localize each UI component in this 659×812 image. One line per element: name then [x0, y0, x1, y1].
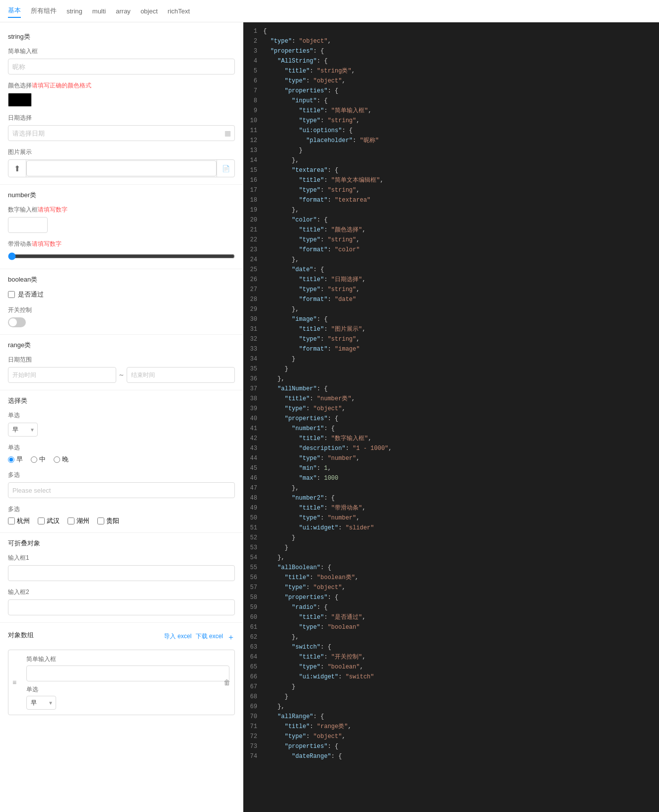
line-number: 3 [243, 46, 263, 56]
date-range-start[interactable] [8, 367, 116, 383]
daterange-form-item: 日期范围 ～ [8, 356, 235, 383]
array-row-input[interactable] [26, 665, 229, 681]
checkbox-hangzhou-input[interactable] [8, 517, 15, 524]
line-number: 70 [243, 712, 263, 722]
line-content: "type": "object", [263, 732, 659, 741]
delete-row-button[interactable]: 🗑 [223, 678, 230, 686]
code-line: 3 "properties": { [243, 46, 659, 56]
radio-option-morning[interactable]: 早 [8, 455, 23, 464]
code-line: 44 "type": "number", [243, 453, 659, 463]
checkbox-guiyang[interactable]: 贵阳 [97, 517, 119, 525]
nav-item-basic[interactable]: 基本 [8, 4, 21, 18]
nav-item-all[interactable]: 所有组件 [31, 4, 57, 17]
nav-item-richtext[interactable]: richText [168, 5, 190, 17]
line-number: 27 [243, 285, 263, 295]
code-line: 69 }, [243, 702, 659, 712]
line-number: 30 [243, 314, 263, 324]
nav-item-multi[interactable]: multi [92, 5, 106, 17]
code-line: 22 "type": "string", [243, 235, 659, 245]
date-input[interactable] [8, 125, 235, 141]
line-number: 2 [243, 36, 263, 46]
nav-item-string[interactable]: string [67, 5, 82, 17]
line-content: "title": "数字输入框", [263, 434, 659, 443]
line-content: "type": "number", [263, 513, 659, 523]
multi-select-input[interactable] [8, 482, 235, 498]
checkbox-huzhou-input[interactable] [68, 517, 74, 524]
checkbox-huzhou[interactable]: 湖州 [68, 517, 89, 525]
line-number: 36 [243, 374, 263, 384]
multi-select-form-item: 多选 [8, 471, 235, 498]
code-line: 8 "input": { [243, 96, 659, 106]
radio-noon[interactable] [31, 456, 37, 463]
checkbox-wuhan-input[interactable] [38, 517, 45, 524]
checkbox-group: 杭州 武汉 湖州 贵阳 [8, 517, 235, 525]
line-content: "ui:options": { [263, 126, 659, 136]
date-range-end[interactable] [127, 367, 235, 383]
array-row-select-form: 单选 早 中 晚 ▼ [26, 685, 229, 710]
line-content: } [263, 533, 659, 543]
col-input1[interactable] [8, 565, 235, 581]
download-excel-link[interactable]: 下载 excel [196, 632, 223, 643]
code-line: 12 "placeholder": "昵称" [243, 136, 659, 146]
code-line: 38 "title": "number类", [243, 394, 659, 404]
array-section-header: 对象数组 导入 excel 下载 excel ＋ [8, 629, 235, 646]
code-line: 30 "image": { [243, 314, 659, 324]
array-row-select[interactable]: 早 中 晚 [26, 696, 56, 710]
nav-item-array[interactable]: array [116, 5, 131, 17]
checkbox-guiyang-input[interactable] [97, 517, 104, 524]
code-line: 62 }, [243, 632, 659, 642]
code-line: 11 "ui:options": { [243, 126, 659, 136]
line-number: 45 [243, 463, 263, 473]
boolean-checkbox[interactable] [8, 291, 15, 298]
col-input2[interactable] [8, 599, 235, 615]
line-content: "title": "简单文本编辑框", [263, 175, 659, 185]
code-line: 15 "textarea": { [243, 165, 659, 175]
number-section-title: number类 [8, 191, 235, 200]
radio-option-noon[interactable]: 中 [31, 455, 46, 464]
date-input-wrapper: ▦ [8, 125, 235, 141]
checkbox-wuhan[interactable]: 武汉 [38, 517, 60, 525]
line-content: "max": 1000 [263, 473, 659, 483]
line-content: "properties": { [263, 46, 659, 56]
image-label: 图片展示 [8, 148, 235, 156]
array-row-select-label: 单选 [26, 685, 229, 694]
toggle-switch[interactable] [8, 317, 26, 327]
number2-label-prefix: 带滑动条 [8, 240, 32, 247]
select1-dropdown[interactable]: 早 中 晚 [8, 423, 38, 437]
line-content: } [263, 543, 659, 553]
line-content: { [263, 26, 659, 36]
upload-button[interactable]: ⬆ [8, 160, 26, 177]
code-line: 9 "title": "简单输入框", [243, 106, 659, 116]
line-number: 66 [243, 672, 263, 682]
import-excel-link[interactable]: 导入 excel [164, 632, 191, 643]
nav-item-object[interactable]: object [141, 5, 158, 17]
line-content: "title": "日期选择", [263, 275, 659, 285]
color-picker[interactable] [8, 93, 32, 107]
radio-evening[interactable] [54, 456, 60, 463]
col-input1-label: 输入框1 [8, 554, 235, 562]
number2-slider[interactable] [8, 252, 235, 260]
color-label-prefix: 颜色选择 [8, 82, 32, 89]
radio-morning[interactable] [8, 456, 14, 463]
upload-file-icon: 📄 [217, 160, 234, 177]
code-line: 25 "date": { [243, 265, 659, 275]
line-content: "input": { [263, 96, 659, 106]
image-url-input[interactable] [26, 160, 217, 176]
checkbox-hangzhou[interactable]: 杭州 [8, 517, 30, 525]
code-line: 31 "title": "图片展示", [243, 324, 659, 334]
drag-handle-icon[interactable]: ≡ [12, 678, 16, 686]
radio-option-evening[interactable]: 晚 [54, 455, 69, 464]
line-number: 42 [243, 434, 263, 443]
color-label-error: 请填写正确的颜色格式 [32, 82, 91, 89]
checkbox-multi-form-item: 多选 杭州 武汉 湖州 贵阳 [8, 505, 235, 525]
line-number: 18 [243, 195, 263, 205]
line-number: 39 [243, 404, 263, 414]
line-number: 41 [243, 424, 263, 434]
line-number: 38 [243, 394, 263, 404]
number1-input[interactable] [8, 217, 48, 233]
simple-input[interactable] [8, 59, 235, 74]
line-number: 48 [243, 493, 263, 503]
add-array-row-button[interactable]: ＋ [227, 632, 235, 643]
line-number: 54 [243, 553, 263, 563]
checkbox-label-wrapper[interactable]: 是否通过 [8, 290, 235, 299]
